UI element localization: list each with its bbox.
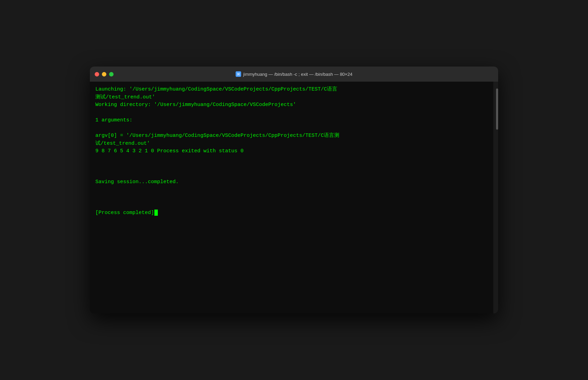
terminal-empty-line-1 — [95, 163, 488, 171]
terminal-line-process: [Process completed] — [95, 209, 488, 217]
titlebar: ⌘ jimmyhuang — /bin/bash -c ; exit — /bi… — [90, 67, 498, 82]
terminal-cursor — [154, 210, 158, 216]
terminal-line-5: argv[0] = '/Users/jimmyhuang/CodingSpace… — [95, 132, 488, 147]
terminal-line-4: 1 arguments: — [95, 117, 488, 124]
terminal-line-1: Launching: '/Users/jimmyhuang/CodingSpac… — [95, 86, 488, 101]
minimize-button[interactable] — [102, 72, 106, 76]
maximize-button[interactable] — [109, 72, 114, 76]
terminal-body[interactable]: Launching: '/Users/jimmyhuang/CodingSpac… — [90, 82, 498, 313]
terminal-line-7: 9 8 7 6 5 4 3 2 1 0 Process exited with … — [95, 147, 488, 155]
terminal-line-saving: Saving session...completed. — [95, 178, 488, 186]
window-title: ⌘ jimmyhuang — /bin/bash -c ; exit — /bi… — [236, 71, 352, 77]
terminal-output[interactable]: Launching: '/Users/jimmyhuang/CodingSpac… — [90, 82, 493, 313]
terminal-window: ⌘ jimmyhuang — /bin/bash -c ; exit — /bi… — [90, 67, 498, 313]
terminal-empty-line-2 — [95, 194, 488, 202]
scrollbar-track — [496, 82, 498, 313]
traffic-lights — [95, 72, 114, 76]
terminal-icon: ⌘ — [236, 71, 241, 77]
terminal-line-3: Working directory: '/Users/jimmyhuang/Co… — [95, 101, 488, 109]
close-button[interactable] — [95, 72, 99, 76]
title-text: jimmyhuang — /bin/bash -c ; exit — /bin/… — [243, 72, 352, 77]
scrollbar-handle[interactable] — [496, 88, 498, 130]
scrollbar[interactable] — [493, 82, 498, 313]
